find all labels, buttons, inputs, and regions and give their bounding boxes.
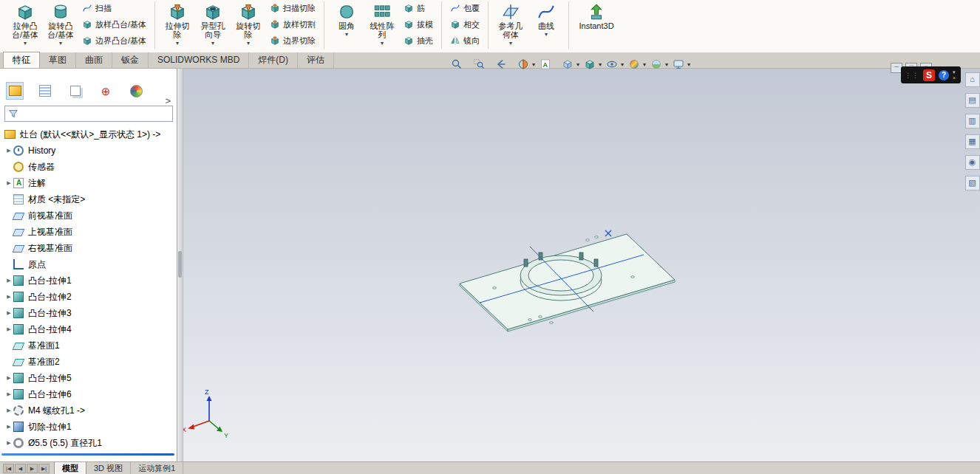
tree-item[interactable]: ▶ 切除-拉伸1	[0, 419, 177, 435]
collapse-panel-arrow[interactable]: >	[165, 95, 171, 106]
displaymanager-tab[interactable]	[127, 82, 145, 100]
close-widget-button[interactable]: ×	[953, 75, 956, 81]
configurationmanager-tab[interactable]	[67, 82, 84, 100]
tab-sheet-metal[interactable]: 钣金	[112, 52, 149, 68]
tree-item[interactable]: ▶ 基准面2	[0, 354, 177, 370]
draft-button[interactable]: 拔模	[400, 16, 437, 32]
expand-arrow-icon[interactable]: ▶	[4, 310, 13, 316]
tree-item[interactable]: ▶ 右视基准面	[0, 240, 177, 256]
tab-weldments[interactable]: 焊件(D)	[249, 52, 298, 68]
edit-appearance-button[interactable]	[627, 58, 642, 71]
design-library-tab[interactable]: ▤	[965, 93, 980, 108]
tree-item[interactable]: ▶ 原点	[0, 256, 177, 272]
dropdown-arrow-icon[interactable]: ▾	[642, 61, 647, 68]
tree-root-item[interactable]: 灶台 (默认<<默认>_显示状态 1>) ->	[4, 126, 160, 142]
appearances-scenes-tab[interactable]: ◉	[965, 155, 980, 170]
dropdown-arrow-icon[interactable]: ▾	[686, 61, 692, 68]
dropdown-arrow-icon[interactable]: ▾	[531, 61, 537, 68]
expand-arrow-icon[interactable]: ▶	[4, 326, 13, 332]
propertymanager-tab[interactable]	[36, 82, 54, 100]
swept-cut-button[interactable]: 扫描切除	[266, 0, 319, 16]
section-view-button[interactable]	[516, 58, 531, 71]
next-tab-button[interactable]: ▶	[27, 464, 38, 473]
filter-input[interactable]	[21, 106, 169, 121]
linear-pattern-button[interactable]: 线性阵 列 ▾	[364, 0, 400, 47]
apply-scene-button[interactable]	[649, 58, 664, 71]
panel-splitter-grip[interactable]	[178, 251, 182, 278]
expand-arrow-icon[interactable]: ▶	[4, 408, 13, 413]
rib-button[interactable]: 筋	[400, 0, 437, 16]
tree-item[interactable]: ▶ Ø5.5 (5.5) 直径孔1	[0, 435, 177, 451]
solidworks-resources-tab[interactable]: ⌂	[965, 72, 980, 87]
tree-item[interactable]: ▶ 凸台-拉伸2	[0, 289, 177, 305]
tree-item[interactable]: ▶ 基准面1	[0, 337, 177, 354]
file-explorer-tab[interactable]: ▥	[965, 114, 980, 128]
boundary-cut-button[interactable]: 边界切除	[266, 32, 319, 49]
tree-item[interactable]: ▶ 上视基准面	[0, 224, 177, 240]
prev-tab-button[interactable]: ◀	[15, 464, 26, 473]
expand-arrow-icon[interactable]: ▶	[4, 375, 13, 381]
extruded-cut-button[interactable]: 拉伸切 除 ▾	[160, 0, 195, 47]
boundary-boss-button[interactable]: 边界凸台/基体	[78, 32, 150, 49]
tree-item[interactable]: ▶ 注解	[0, 175, 177, 191]
previous-view-button[interactable]	[494, 58, 508, 71]
zoom-to-fit-button[interactable]	[449, 58, 464, 71]
revolved-cut-button[interactable]: 旋转切 除 ▾	[231, 0, 266, 47]
dynamic-annotation-button[interactable]	[538, 58, 553, 71]
expand-arrow-icon[interactable]: ▶	[4, 424, 13, 430]
tree-item[interactable]: ▶ 凸台-拉伸6	[0, 386, 177, 402]
view-palette-tab[interactable]: ▦	[965, 134, 980, 149]
extruded-boss-base-button[interactable]: 拉伸凸 台/基体 ▾	[7, 0, 43, 47]
rollback-bar[interactable]	[1, 453, 174, 456]
shell-button[interactable]: 抽壳	[400, 32, 437, 49]
model-tab[interactable]: 模型	[54, 462, 86, 474]
lofted-boss-button[interactable]: 放样凸台/基体	[78, 16, 150, 32]
reference-geometry-button[interactable]: 参考几 何体 ▾	[493, 0, 528, 47]
tree-item[interactable]: ▶ 凸台-拉伸4	[0, 321, 177, 337]
lofted-cut-button[interactable]: 放样切割	[266, 16, 319, 32]
curves-button[interactable]: 曲线 ▾	[528, 0, 564, 38]
pin-widget-button[interactable]: ▾	[953, 69, 956, 75]
zoom-to-area-button[interactable]	[472, 58, 486, 71]
tab-features[interactable]: 特征	[3, 52, 40, 68]
tab-evaluate[interactable]: 评估	[298, 52, 334, 68]
expand-arrow-icon[interactable]: ▶	[4, 391, 13, 397]
3d-views-tab[interactable]: 3D 视图	[86, 462, 131, 474]
tree-item[interactable]: ▶ History	[0, 142, 177, 159]
tree-item[interactable]: ▶ 传感器	[0, 159, 177, 175]
expand-arrow-icon[interactable]: ▶	[4, 148, 13, 154]
view-orientation-button[interactable]	[560, 58, 575, 71]
mirror-button[interactable]: 镜向	[446, 32, 483, 49]
tab-surfaces[interactable]: 曲面	[76, 52, 112, 68]
featuremanager-tree-tab[interactable]	[6, 82, 24, 100]
expand-arrow-icon[interactable]: ▶	[4, 440, 13, 446]
dropdown-arrow-icon[interactable]: ▾	[619, 61, 625, 68]
motion-study-tab[interactable]: 运动算例1	[131, 462, 183, 474]
hide-show-items-button[interactable]	[605, 58, 619, 71]
first-tab-button[interactable]: |◀	[3, 464, 14, 473]
last-tab-button[interactable]: ▶|	[38, 464, 50, 473]
tree-item[interactable]: ▶ 材质 <未指定>	[0, 191, 177, 207]
expand-arrow-icon[interactable]: ▶	[4, 294, 13, 300]
dropdown-arrow-icon[interactable]: ▾	[664, 61, 670, 68]
expand-arrow-icon[interactable]: ▶	[4, 180, 13, 186]
solidworks-logo-icon[interactable]: S	[923, 69, 935, 81]
display-style-button[interactable]	[582, 58, 597, 71]
hole-wizard-button[interactable]: 异型孔 向导 ▾	[195, 0, 231, 47]
wrap-button[interactable]: 包覆	[446, 0, 483, 16]
help-button[interactable]: ?	[939, 70, 949, 80]
dropdown-arrow-icon[interactable]: ▾	[575, 61, 581, 68]
tab-sketch[interactable]: 草图	[40, 52, 76, 68]
tree-item[interactable]: ▶ 凸台-拉伸1	[0, 272, 177, 289]
expand-arrow-icon[interactable]: ▶	[4, 278, 13, 284]
revolved-boss-base-button[interactable]: 旋转凸 台/基体 ▾	[43, 0, 78, 47]
dimxpertmanager-tab[interactable]: ⊕	[97, 82, 115, 100]
fillet-button[interactable]: 圆角 ▾	[329, 0, 364, 38]
tab-solidworks-mbd[interactable]: SOLIDWORKS MBD	[149, 52, 249, 68]
tree-item[interactable]: ▶ M4 螺纹孔1 ->	[0, 402, 177, 419]
instant3d-button[interactable]: Instant3D	[574, 0, 619, 30]
view-settings-button[interactable]	[671, 58, 686, 71]
intersect-button[interactable]: 相交	[446, 16, 483, 32]
tree-item[interactable]: ▶ 凸台-拉伸5	[0, 370, 177, 386]
dropdown-arrow-icon[interactable]: ▾	[597, 61, 603, 68]
